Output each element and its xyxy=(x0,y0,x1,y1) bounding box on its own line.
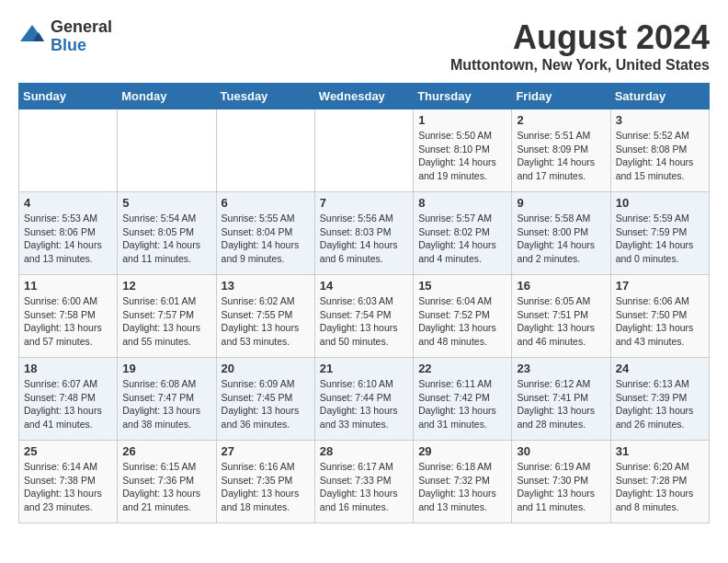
day-info: Sunrise: 6:09 AM Sunset: 7:45 PM Dayligh… xyxy=(222,377,310,431)
calendar-cell: 21Sunrise: 6:10 AM Sunset: 7:44 PM Dayli… xyxy=(314,358,413,441)
day-number: 28 xyxy=(320,444,408,458)
logo-general: General xyxy=(51,18,112,37)
logo: General Blue xyxy=(18,18,112,55)
day-number: 15 xyxy=(418,279,506,293)
day-number: 25 xyxy=(24,444,112,458)
calendar-cell: 3Sunrise: 5:52 AM Sunset: 8:08 PM Daylig… xyxy=(610,109,709,192)
day-number: 22 xyxy=(418,362,506,375)
day-info: Sunrise: 6:07 AM Sunset: 7:48 PM Dayligh… xyxy=(24,377,112,431)
calendar-cell: 17Sunrise: 6:06 AM Sunset: 7:50 PM Dayli… xyxy=(610,275,709,358)
calendar-cell: 5Sunrise: 5:54 AM Sunset: 8:05 PM Daylig… xyxy=(118,192,216,275)
day-info: Sunrise: 6:03 AM Sunset: 7:54 PM Dayligh… xyxy=(320,294,408,349)
calendar-cell: 4Sunrise: 5:53 AM Sunset: 8:06 PM Daylig… xyxy=(19,192,118,275)
calendar-cell: 2Sunrise: 5:51 AM Sunset: 8:09 PM Daylig… xyxy=(512,109,610,192)
day-number: 14 xyxy=(320,279,408,293)
day-number: 3 xyxy=(616,113,704,127)
day-info: Sunrise: 6:13 AM Sunset: 7:39 PM Dayligh… xyxy=(616,377,704,431)
header-row: SundayMondayTuesdayWednesdayThursdayFrid… xyxy=(19,84,710,109)
day-info: Sunrise: 6:01 AM Sunset: 7:57 PM Dayligh… xyxy=(122,294,210,349)
header-day: Thursday xyxy=(414,84,512,109)
day-number: 13 xyxy=(222,279,310,293)
day-number: 5 xyxy=(122,196,210,210)
calendar-table: SundayMondayTuesdayWednesdayThursdayFrid… xyxy=(18,83,710,523)
calendar-cell: 7Sunrise: 5:56 AM Sunset: 8:03 PM Daylig… xyxy=(314,192,413,275)
day-number: 21 xyxy=(320,362,408,375)
day-number: 29 xyxy=(418,444,506,458)
day-info: Sunrise: 5:52 AM Sunset: 8:08 PM Dayligh… xyxy=(616,129,704,183)
calendar-cell: 6Sunrise: 5:55 AM Sunset: 8:04 PM Daylig… xyxy=(216,192,314,275)
day-number: 16 xyxy=(517,279,605,293)
logo-text: General Blue xyxy=(51,18,112,55)
day-info: Sunrise: 6:02 AM Sunset: 7:55 PM Dayligh… xyxy=(222,294,310,349)
day-info: Sunrise: 6:20 AM Sunset: 7:28 PM Dayligh… xyxy=(616,460,704,514)
day-info: Sunrise: 6:16 AM Sunset: 7:35 PM Dayligh… xyxy=(222,460,310,514)
day-info: Sunrise: 5:51 AM Sunset: 8:09 PM Dayligh… xyxy=(517,129,605,183)
page-header: General Blue August 2024 Muttontown, New… xyxy=(18,18,710,74)
calendar-cell: 18Sunrise: 6:07 AM Sunset: 7:48 PM Dayli… xyxy=(19,358,118,441)
calendar-cell xyxy=(314,109,413,192)
calendar-cell: 10Sunrise: 5:59 AM Sunset: 7:59 PM Dayli… xyxy=(610,192,709,275)
calendar-cell: 27Sunrise: 6:16 AM Sunset: 7:35 PM Dayli… xyxy=(216,441,314,523)
calendar-cell: 16Sunrise: 6:05 AM Sunset: 7:51 PM Dayli… xyxy=(512,275,610,358)
calendar-cell: 23Sunrise: 6:12 AM Sunset: 7:41 PM Dayli… xyxy=(512,358,610,441)
day-number: 6 xyxy=(222,196,310,210)
calendar-header: SundayMondayTuesdayWednesdayThursdayFrid… xyxy=(19,84,710,109)
day-number: 17 xyxy=(616,279,704,293)
calendar-cell: 25Sunrise: 6:14 AM Sunset: 7:38 PM Dayli… xyxy=(19,441,118,523)
day-number: 8 xyxy=(418,196,506,210)
calendar-cell: 12Sunrise: 6:01 AM Sunset: 7:57 PM Dayli… xyxy=(118,275,216,358)
calendar-cell: 11Sunrise: 6:00 AM Sunset: 7:58 PM Dayli… xyxy=(19,275,118,358)
calendar-cell: 19Sunrise: 6:08 AM Sunset: 7:47 PM Dayli… xyxy=(118,358,216,441)
day-info: Sunrise: 6:06 AM Sunset: 7:50 PM Dayligh… xyxy=(616,294,704,349)
day-info: Sunrise: 5:55 AM Sunset: 8:04 PM Dayligh… xyxy=(222,212,310,266)
day-number: 24 xyxy=(616,362,704,375)
calendar-cell: 26Sunrise: 6:15 AM Sunset: 7:36 PM Dayli… xyxy=(118,441,216,523)
day-info: Sunrise: 6:17 AM Sunset: 7:33 PM Dayligh… xyxy=(320,460,408,514)
day-info: Sunrise: 5:59 AM Sunset: 7:59 PM Dayligh… xyxy=(616,212,704,266)
day-info: Sunrise: 6:00 AM Sunset: 7:58 PM Dayligh… xyxy=(24,294,112,349)
day-number: 4 xyxy=(24,196,112,210)
day-number: 31 xyxy=(616,444,704,458)
calendar-cell: 8Sunrise: 5:57 AM Sunset: 8:02 PM Daylig… xyxy=(414,192,512,275)
day-info: Sunrise: 5:56 AM Sunset: 8:03 PM Dayligh… xyxy=(320,212,408,266)
day-number: 19 xyxy=(122,362,210,375)
day-info: Sunrise: 5:50 AM Sunset: 8:10 PM Dayligh… xyxy=(418,129,506,183)
day-number: 30 xyxy=(517,444,605,458)
day-number: 12 xyxy=(122,279,210,293)
header-day: Tuesday xyxy=(216,84,314,109)
calendar-body: 1Sunrise: 5:50 AM Sunset: 8:10 PM Daylig… xyxy=(19,109,710,523)
calendar-cell xyxy=(118,109,216,192)
calendar-cell: 20Sunrise: 6:09 AM Sunset: 7:45 PM Dayli… xyxy=(216,358,314,441)
logo-icon xyxy=(18,23,46,51)
day-number: 11 xyxy=(24,279,112,293)
day-number: 10 xyxy=(616,196,704,210)
location: Muttontown, New York, United States xyxy=(450,57,710,74)
calendar-cell xyxy=(216,109,314,192)
day-info: Sunrise: 5:58 AM Sunset: 8:00 PM Dayligh… xyxy=(517,212,605,266)
day-info: Sunrise: 6:08 AM Sunset: 7:47 PM Dayligh… xyxy=(122,377,210,431)
day-number: 20 xyxy=(222,362,310,375)
calendar-cell xyxy=(19,109,118,192)
day-info: Sunrise: 6:15 AM Sunset: 7:36 PM Dayligh… xyxy=(122,460,210,514)
calendar-cell: 15Sunrise: 6:04 AM Sunset: 7:52 PM Dayli… xyxy=(414,275,512,358)
header-day: Friday xyxy=(512,84,610,109)
day-number: 2 xyxy=(517,113,605,127)
header-day: Sunday xyxy=(19,84,118,109)
calendar-cell: 1Sunrise: 5:50 AM Sunset: 8:10 PM Daylig… xyxy=(414,109,512,192)
logo-blue: Blue xyxy=(51,37,112,55)
calendar-cell: 24Sunrise: 6:13 AM Sunset: 7:39 PM Dayli… xyxy=(610,358,709,441)
header-day: Wednesday xyxy=(314,84,413,109)
day-info: Sunrise: 6:14 AM Sunset: 7:38 PM Dayligh… xyxy=(24,460,112,514)
calendar-cell: 28Sunrise: 6:17 AM Sunset: 7:33 PM Dayli… xyxy=(314,441,413,523)
day-number: 7 xyxy=(320,196,408,210)
calendar-cell: 9Sunrise: 5:58 AM Sunset: 8:00 PM Daylig… xyxy=(512,192,610,275)
calendar-cell: 22Sunrise: 6:11 AM Sunset: 7:42 PM Dayli… xyxy=(414,358,512,441)
calendar-cell: 14Sunrise: 6:03 AM Sunset: 7:54 PM Dayli… xyxy=(314,275,413,358)
calendar-week: 18Sunrise: 6:07 AM Sunset: 7:48 PM Dayli… xyxy=(19,358,710,441)
header-day: Saturday xyxy=(610,84,709,109)
day-number: 23 xyxy=(517,362,605,375)
day-info: Sunrise: 6:11 AM Sunset: 7:42 PM Dayligh… xyxy=(418,377,506,431)
calendar-cell: 30Sunrise: 6:19 AM Sunset: 7:30 PM Dayli… xyxy=(512,441,610,523)
day-number: 27 xyxy=(222,444,310,458)
day-info: Sunrise: 6:18 AM Sunset: 7:32 PM Dayligh… xyxy=(418,460,506,514)
